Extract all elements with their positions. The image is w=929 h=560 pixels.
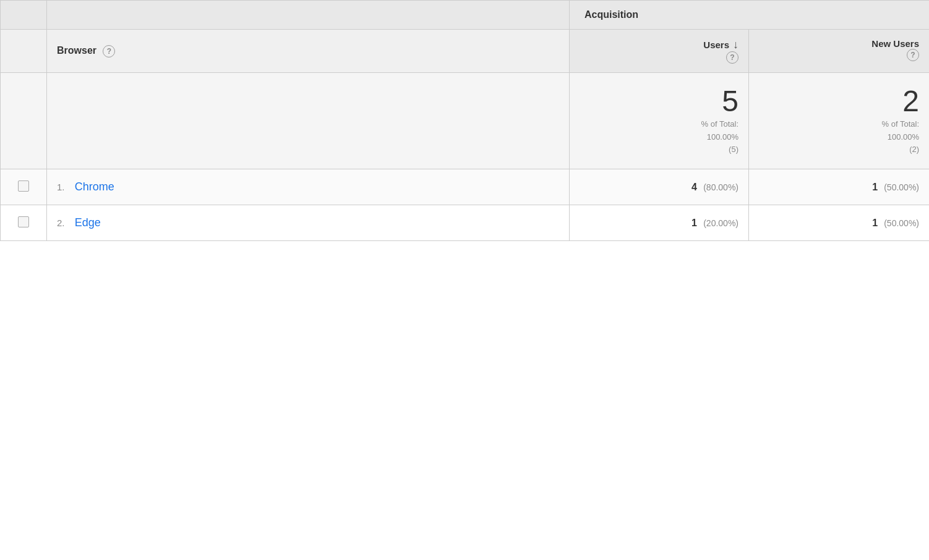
row-2-new-users-pct: (50.00%) [884, 218, 919, 228]
row-1-users-value: 4 [691, 182, 697, 192]
header-empty-browser [47, 1, 570, 30]
totals-users-subtitle-line1: % of Total: [701, 119, 738, 129]
browser-help-icon[interactable]: ? [103, 45, 115, 57]
new-users-header-inner: New Users ? [759, 38, 919, 61]
totals-row: 5 % of Total: 100.00% (5) 2 % of Total: … [1, 73, 930, 169]
users-help-row: ? [722, 51, 738, 64]
new-users-help-row: ? [903, 49, 919, 61]
row-1-rank: 1. [57, 182, 65, 192]
totals-check-cell [1, 73, 47, 169]
totals-new-users-subtitle: % of Total: 100.00% (2) [759, 118, 919, 156]
new-users-help-icon[interactable]: ? [907, 49, 919, 61]
row-1-checkbox[interactable] [18, 180, 29, 192]
totals-new-users-value: 2 [759, 85, 919, 118]
row-1-new-users-pct: (50.00%) [884, 182, 919, 192]
row-1-users-cell: 4 (80.00%) [570, 169, 749, 205]
totals-new-users-subtitle-line3: (2) [909, 145, 919, 154]
row-2-new-users-value: 1 [872, 218, 878, 228]
row-2-checkbox[interactable] [18, 216, 29, 227]
browser-column-header: Browser ? [47, 30, 570, 73]
users-help-icon[interactable]: ? [726, 51, 738, 64]
totals-new-users-subtitle-line1: % of Total: [882, 119, 919, 129]
row-2-users-value: 1 [691, 218, 697, 228]
row-1-check-cell [1, 169, 47, 205]
analytics-table: Acquisition Browser ? Users ↓ [0, 0, 929, 560]
row-1-new-users-cell: 1 (50.00%) [749, 169, 930, 205]
row-1-users-pct: (80.00%) [703, 182, 738, 192]
row-2-check-cell [1, 205, 47, 241]
new-users-label-row: New Users [871, 38, 919, 49]
users-label-row: Users ↓ [703, 38, 738, 51]
row-2-users-pct: (20.00%) [703, 218, 738, 228]
row-1-browser-cell: 1. Chrome [47, 169, 570, 205]
row-2-rank: 2. [57, 218, 65, 228]
header-empty-check [1, 1, 47, 30]
users-label: Users [703, 40, 729, 50]
totals-new-users-cell: 2 % of Total: 100.00% (2) [749, 73, 930, 169]
acquisition-header-row: Acquisition [1, 1, 930, 30]
row-2-users-cell: 1 (20.00%) [570, 205, 749, 241]
row-2-browser-link[interactable]: Edge [75, 216, 101, 229]
totals-new-users-subtitle-line2: 100.00% [888, 132, 919, 142]
browser-label: Browser [57, 45, 96, 56]
row-2-browser-cell: 2. Edge [47, 205, 570, 241]
table-row: 2. Edge 1 (20.00%) 1 (50.00%) [1, 205, 930, 241]
users-header-inner: Users ↓ ? [580, 38, 738, 64]
totals-users-subtitle-line3: (5) [729, 145, 738, 154]
row-1-new-users-value: 1 [872, 182, 878, 192]
acquisition-label: Acquisition [584, 9, 638, 20]
totals-users-subtitle: % of Total: 100.00% (5) [580, 118, 738, 156]
acquisition-header-cell: Acquisition [570, 1, 930, 30]
totals-browser-cell [47, 73, 570, 169]
totals-users-value: 5 [580, 85, 738, 118]
row-1-browser-link[interactable]: Chrome [75, 180, 114, 193]
totals-users-cell: 5 % of Total: 100.00% (5) [570, 73, 749, 169]
subheader-empty-check [1, 30, 47, 73]
sort-down-icon[interactable]: ↓ [733, 38, 738, 51]
totals-users-subtitle-line2: 100.00% [707, 132, 738, 142]
users-column-header: Users ↓ ? [570, 30, 749, 73]
row-2-new-users-cell: 1 (50.00%) [749, 205, 930, 241]
new-users-column-header: New Users ? [749, 30, 930, 73]
table-row: 1. Chrome 4 (80.00%) 1 (50.00%) [1, 169, 930, 205]
new-users-label: New Users [871, 38, 919, 49]
column-header-row: Browser ? Users ↓ ? [1, 30, 930, 73]
